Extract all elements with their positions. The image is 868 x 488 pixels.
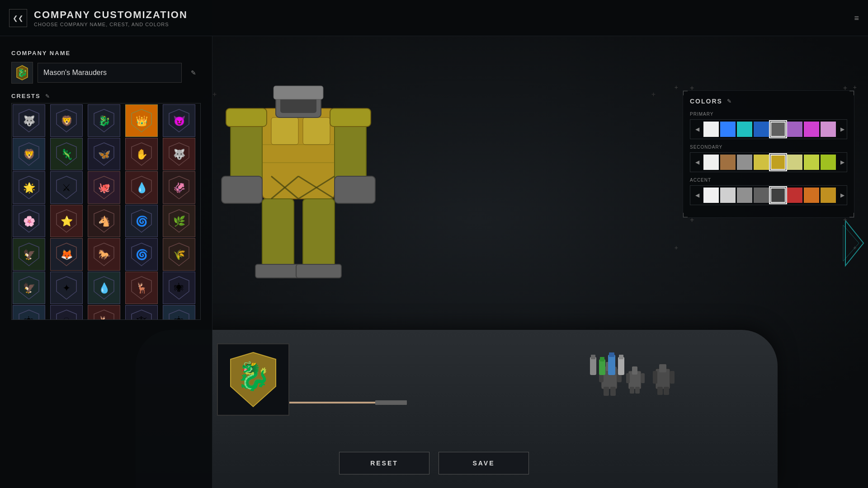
left-panel: COMPANY NAME 🐉 ✎ CRESTS ✎ 🐺 xyxy=(0,0,212,488)
svg-text:🕷: 🕷 xyxy=(174,282,184,294)
secondary-label: SECONDARY xyxy=(690,145,847,150)
crest-item[interactable]: 🕷 xyxy=(13,305,45,320)
crest-item[interactable]: 🐉 xyxy=(88,104,120,137)
svg-text:🦁: 🦁 xyxy=(61,115,73,127)
color-swatch[interactable] xyxy=(737,122,752,137)
crest-item[interactable]: ✋ xyxy=(125,138,158,170)
secondary-prev-button[interactable]: ◀ xyxy=(692,157,702,167)
primary-next-button[interactable]: ▶ xyxy=(837,124,847,134)
color-swatch[interactable] xyxy=(737,155,752,170)
crest-item[interactable]: ⭐ xyxy=(50,205,83,237)
color-swatch[interactable] xyxy=(804,122,819,137)
color-swatch[interactable] xyxy=(703,188,719,203)
crest-item[interactable]: 🦑 xyxy=(163,171,195,204)
svg-text:☠: ☠ xyxy=(62,316,71,320)
crest-item[interactable]: 🦁 xyxy=(13,138,45,170)
svg-text:⚔: ⚔ xyxy=(62,182,71,193)
company-name-edit-button[interactable]: ✎ xyxy=(186,66,201,80)
primary-swatches: ◀ ▶ xyxy=(690,119,847,139)
crest-item[interactable]: 🌿 xyxy=(163,205,195,237)
crest-item[interactable]: 🦎 xyxy=(50,138,83,170)
primary-prev-button[interactable]: ◀ xyxy=(692,124,702,134)
crest-item[interactable]: 🌾 xyxy=(163,238,195,271)
svg-text:🕷: 🕷 xyxy=(174,316,184,320)
color-swatch[interactable] xyxy=(754,188,769,203)
crest-item[interactable]: 🦌 xyxy=(125,272,158,304)
svg-text:💧: 💧 xyxy=(136,182,148,194)
crest-item[interactable]: 🐺 xyxy=(163,138,195,170)
company-logo: 🐉 xyxy=(11,62,33,84)
color-swatch[interactable] xyxy=(787,188,802,203)
crest-item[interactable]: 🌟 xyxy=(13,171,45,204)
primary-label: PRIMARY xyxy=(690,112,847,117)
svg-text:🐎: 🐎 xyxy=(98,249,111,261)
crests-edit-icon[interactable]: ✎ xyxy=(45,93,50,99)
svg-text:✦: ✦ xyxy=(62,282,71,294)
color-swatch[interactable] xyxy=(703,155,719,170)
svg-text:😈: 😈 xyxy=(173,115,186,127)
color-swatch[interactable] xyxy=(770,188,786,203)
color-swatch[interactable] xyxy=(720,155,736,170)
crest-item[interactable]: 👑 xyxy=(125,104,158,137)
accent-next-button[interactable]: ▶ xyxy=(837,190,847,200)
crest-item[interactable]: 🦅 xyxy=(13,272,45,304)
menu-icon[interactable]: ≡ xyxy=(854,13,859,23)
colors-edit-icon[interactable]: ✎ xyxy=(727,98,731,104)
paintbrush xyxy=(271,398,407,409)
teal-arrow-decoration xyxy=(841,216,868,272)
crests-scroll-container[interactable]: 🐺 🦁 🐉 👑 😈 🦁 🦎 🦋 ✋ 🐺 xyxy=(11,103,201,320)
crest-item[interactable]: 🕷 xyxy=(163,272,195,304)
secondary-next-button[interactable]: ▶ xyxy=(837,157,847,167)
save-button[interactable]: SAVE xyxy=(439,452,529,474)
color-swatch[interactable] xyxy=(720,122,736,137)
crest-item[interactable]: ☠ xyxy=(50,305,83,320)
crest-item[interactable]: 🌀 xyxy=(125,238,158,271)
color-swatch[interactable] xyxy=(770,122,786,137)
color-swatch[interactable] xyxy=(787,155,802,170)
color-swatch[interactable] xyxy=(754,155,769,170)
crest-item[interactable]: 🦅 xyxy=(13,238,45,271)
crest-item[interactable]: 🐺 xyxy=(13,104,45,137)
primary-color-row: PRIMARY ◀ ▶ xyxy=(690,112,847,139)
svg-text:🌟: 🌟 xyxy=(23,182,36,194)
color-swatch[interactable] xyxy=(754,122,769,137)
crest-item[interactable]: 😈 xyxy=(163,104,195,137)
company-name-section: COMPANY NAME 🐉 ✎ xyxy=(11,50,201,84)
back-button[interactable]: ❮❮ xyxy=(9,9,27,27)
crest-item[interactable]: 🦋 xyxy=(88,138,120,170)
company-name-input[interactable] xyxy=(38,63,182,83)
crest-item[interactable]: 🕷 xyxy=(163,305,195,320)
accent-prev-button[interactable]: ◀ xyxy=(692,190,702,200)
color-swatch[interactable] xyxy=(703,122,719,137)
color-swatch[interactable] xyxy=(737,188,752,203)
svg-rect-47 xyxy=(619,355,623,359)
crest-item[interactable]: 🌸 xyxy=(13,205,45,237)
reset-button[interactable]: RESET xyxy=(339,452,429,474)
color-swatch[interactable] xyxy=(787,122,802,137)
svg-text:✋: ✋ xyxy=(136,148,148,160)
color-swatch[interactable] xyxy=(804,155,819,170)
color-swatch[interactable] xyxy=(821,122,836,137)
crest-item[interactable]: 🦊 xyxy=(50,238,83,271)
crest-item[interactable]: 🐎 xyxy=(88,238,120,271)
svg-rect-35 xyxy=(659,364,666,372)
svg-text:🌸: 🌸 xyxy=(23,215,36,227)
color-swatch[interactable] xyxy=(770,155,786,170)
crest-item[interactable]: 💧 xyxy=(125,171,158,204)
crest-item[interactable]: 🐴 xyxy=(88,205,120,237)
crest-item[interactable]: 🌀 xyxy=(125,205,158,237)
color-swatch[interactable] xyxy=(720,188,736,203)
crest-item[interactable]: 💧 xyxy=(88,272,120,304)
crest-item[interactable]: 🐙 xyxy=(88,171,120,204)
crest-item[interactable]: ✦ xyxy=(50,272,83,304)
color-swatch[interactable] xyxy=(821,188,836,203)
crest-item[interactable]: ⚔ xyxy=(50,171,83,204)
color-swatch[interactable] xyxy=(804,188,819,203)
selected-crest-display: 🐉 xyxy=(217,343,289,416)
color-swatch[interactable] xyxy=(821,155,836,170)
crest-item[interactable]: 🦌 xyxy=(88,305,120,320)
edit-icon: ✎ xyxy=(191,69,196,76)
crest-item[interactable]: 🕸 xyxy=(125,305,158,320)
crest-item[interactable]: 🦁 xyxy=(50,104,83,137)
cross-tr: + xyxy=(675,84,678,91)
